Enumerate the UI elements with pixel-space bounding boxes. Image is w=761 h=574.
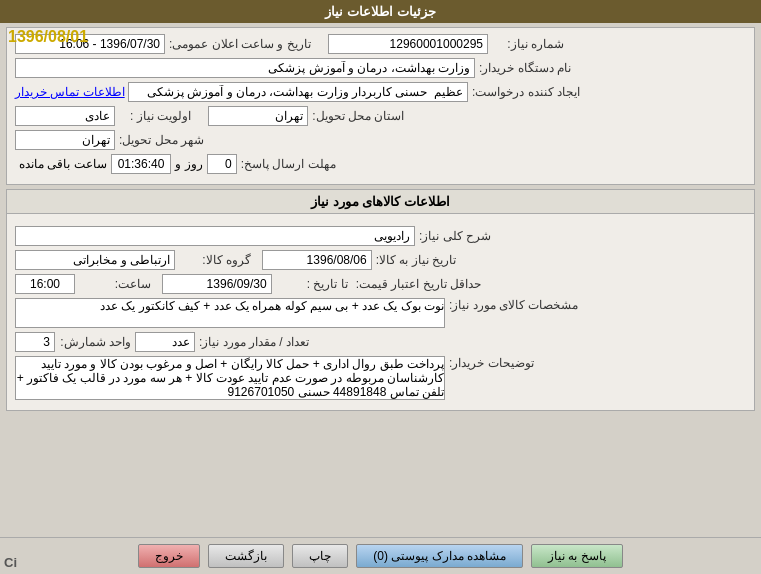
announce-label: تاریخ و ساعت اعلان عمومی: — [165, 37, 315, 51]
desc-input[interactable] — [15, 226, 415, 246]
time-label: ساعت: — [75, 277, 155, 291]
row-group-needdate: تاریخ نیاز به کالا: گروه کالا: — [15, 250, 746, 270]
need-date-input[interactable] — [262, 250, 372, 270]
row-city: شهر محل تحویل: — [15, 130, 746, 150]
row-specs: مشخصات کالای مورد نیاز: نوت بوک یک عدد +… — [15, 298, 746, 328]
goods-section: اطلاعات کالاهای مورد نیاز شرح کلی نیاز: … — [6, 189, 755, 411]
row-quantity: تعداد / مقدار مورد نیاز: واحد شمارش: — [15, 332, 746, 352]
row-buyer-notes: توضیحات خریدار: پرداخت طبق روال اداری + … — [15, 356, 746, 400]
group-label: گروه کالا: — [175, 253, 255, 267]
print-button[interactable]: چاپ — [292, 544, 348, 568]
deadline-remaining-label: ساعت باقی مانده — [15, 155, 111, 173]
date-stamp: 1396/08/01 — [8, 28, 88, 46]
priority-input[interactable] — [15, 106, 115, 126]
valid-until-label: حداقل تاریخ اعتبار قیمت: — [352, 277, 485, 291]
city-input[interactable] — [15, 130, 115, 150]
row-announce: شماره نیاز: تاریخ و ساعت اعلان عمومی: — [15, 34, 746, 54]
goods-section-title: اطلاعات کالاهای مورد نیاز — [7, 190, 754, 214]
province-label: استان محل تحویل: — [308, 109, 408, 123]
bottom-bar: پاسخ به نیاز مشاهده مدارک پیوستی (0) چاپ… — [0, 537, 761, 574]
main-container: 1396/08/01 جزئیات اطلاعات نیاز شماره نیا… — [0, 0, 761, 574]
buyer-name-input[interactable] — [15, 58, 475, 78]
deadline-days-input[interactable] — [207, 154, 237, 174]
deadline-days-label: روز و — [171, 155, 206, 173]
deadline-label: مهلت ارسال پاسخ: — [237, 157, 340, 171]
time-value: 16:00 — [15, 274, 75, 294]
deadline-time: 01:36:40 — [111, 154, 172, 174]
desc-label: شرح کلی نیاز: — [415, 229, 495, 243]
city-label: شهر محل تحویل: — [115, 133, 208, 147]
back-button[interactable]: بازگشت — [208, 544, 284, 568]
need-number-input[interactable] — [328, 34, 488, 54]
priority-label: اولویت نیاز : — [115, 109, 195, 123]
buyer-notes-label: توضیحات خریدار: — [445, 356, 538, 370]
attachments-button[interactable]: مشاهده مدارک پیوستی (0) — [356, 544, 523, 568]
row-valid: حداقل تاریخ اعتبار قیمت: تا تاریخ : ساعت… — [15, 274, 746, 294]
valid-until-input[interactable] — [162, 274, 272, 294]
buyer-contact-link[interactable]: اطلاعات تماس خریدار — [15, 85, 125, 99]
group-input[interactable] — [15, 250, 175, 270]
specs-label: مشخصات کالای مورد نیاز: — [445, 298, 582, 312]
goods-content: شرح کلی نیاز: تاریخ نیاز به کالا: گروه ک… — [7, 220, 754, 410]
quantity-label: تعداد / مقدار مورد نیاز: — [195, 335, 313, 349]
requester-label: ایجاد کننده درخواست: — [468, 85, 584, 99]
row-desc: شرح کلی نیاز: — [15, 226, 746, 246]
row-buyer-name: نام دستگاه خریدار: — [15, 58, 746, 78]
row-requester: ایجاد کننده درخواست: اطلاعات تماس خریدار — [15, 82, 746, 102]
unit-input[interactable] — [135, 332, 195, 352]
requester-input[interactable] — [128, 82, 468, 102]
buyer-name-label: نام دستگاه خریدار: — [475, 61, 575, 75]
specs-textarea[interactable]: نوت بوک یک عدد + بی سیم کوله همراه یک عد… — [15, 298, 445, 328]
province-input[interactable] — [208, 106, 308, 126]
top-form-section: شماره نیاز: تاریخ و ساعت اعلان عمومی: نا… — [6, 27, 755, 185]
reply-button[interactable]: پاسخ به نیاز — [531, 544, 623, 568]
need-date-label: تاریخ نیاز به کالا: — [372, 253, 460, 267]
unit-label: واحد شمارش: — [55, 335, 135, 349]
row-deadline: مهلت ارسال پاسخ: روز و 01:36:40 ساعت باق… — [15, 154, 746, 174]
need-number-label: شماره نیاز: — [488, 37, 568, 51]
quantity-input[interactable] — [15, 332, 55, 352]
ci-text: Ci — [4, 555, 17, 570]
title-bar: جزئیات اطلاعات نیاز — [0, 0, 761, 23]
exit-button[interactable]: خروج — [138, 544, 200, 568]
buyer-notes-textarea[interactable]: پرداخت طبق روال اداری + حمل کالا رایگان … — [15, 356, 445, 400]
row-priority-province: استان محل تحویل: اولویت نیاز : — [15, 106, 746, 126]
valid-label: تا تاریخ : — [272, 277, 352, 291]
